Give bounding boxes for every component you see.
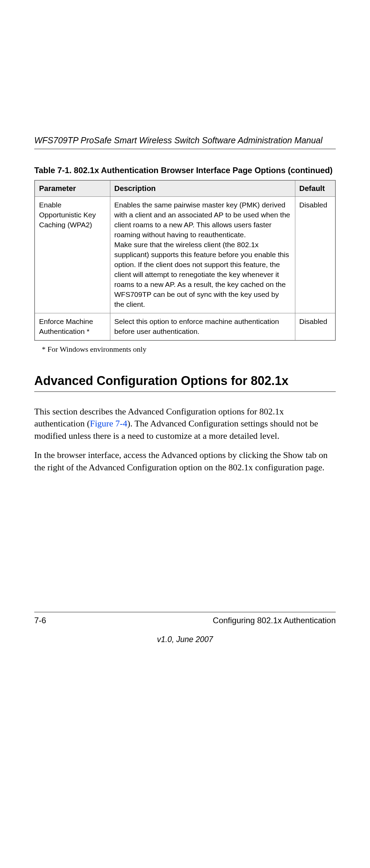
body-paragraph: In the browser interface, access the Adv… <box>34 449 336 474</box>
table-row: Enforce Machine Authentication * Select … <box>35 313 335 340</box>
page-footer: 7-6 Configuring 802.1x Authentication v1… <box>34 612 336 644</box>
table-row: Enable Opportunistic Key Caching (WPA2) … <box>35 197 335 313</box>
cell-default: Disabled <box>295 313 335 340</box>
table-footnote: * For Windows environments only <box>42 345 336 354</box>
chapter-title: Configuring 802.1x Authentication <box>213 616 336 625</box>
section-heading: Advanced Configuration Options for 802.1… <box>34 374 336 392</box>
table-header-row: Parameter Description Default <box>35 180 335 197</box>
page-content: WFS709TP ProSafe Smart Wireless Switch S… <box>34 135 336 481</box>
body-paragraph: This section describes the Advanced Conf… <box>34 406 336 443</box>
options-table: Parameter Description Default Enable Opp… <box>34 180 336 341</box>
cell-default: Disabled <box>295 197 335 313</box>
figure-reference-link[interactable]: Figure 7-4 <box>90 419 127 429</box>
page-number: 7-6 <box>34 616 46 625</box>
col-header-description: Description <box>110 180 295 197</box>
cell-parameter: Enable Opportunistic Key Caching (WPA2) <box>35 197 110 313</box>
cell-parameter: Enforce Machine Authentication * <box>35 313 110 340</box>
cell-description: Select this option to enforce machine au… <box>110 313 295 340</box>
cell-description: Enables the same pairwise master key (PM… <box>110 197 295 313</box>
col-header-default: Default <box>295 180 335 197</box>
col-header-parameter: Parameter <box>35 180 110 197</box>
running-header: WFS709TP ProSafe Smart Wireless Switch S… <box>34 135 336 149</box>
version-label: v1.0, June 2007 <box>34 635 336 644</box>
table-caption: Table 7-1. 802.1x Authentication Browser… <box>34 166 336 175</box>
